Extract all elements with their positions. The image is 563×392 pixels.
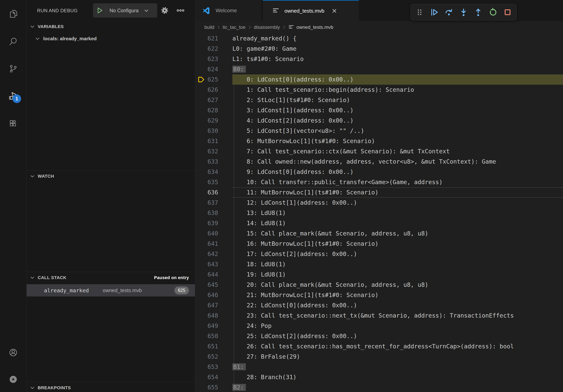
gutter-glyph[interactable] [197, 35, 205, 42]
breadcrumb-file[interactable]: owned_tests.mvb [288, 24, 333, 30]
gutter-glyph[interactable] [197, 45, 205, 52]
code-line[interactable]: 621 already_marked() { [195, 33, 563, 44]
tab-owned-tests[interactable]: owned_tests.mvb [263, 0, 359, 21]
gutter-glyph[interactable] [197, 178, 205, 186]
code-line-text[interactable]: B0: [232, 64, 563, 74]
gutter-glyph[interactable] [197, 96, 205, 104]
code-line[interactable]: 644 19: LdU8(1) [195, 269, 563, 280]
code-line[interactable]: 649 24: Pop [195, 321, 563, 331]
code-line-text[interactable]: 28: Branch(31) [232, 372, 563, 382]
code-line-text[interactable]: 14: LdU8(1) [232, 218, 563, 228]
code-line[interactable]: 637 12: LdConst[1](address: 0x00..) [195, 197, 563, 208]
code-line-text[interactable]: 0: LdConst[0](address: 0x00..) [232, 74, 563, 85]
settings-gear-icon[interactable] [9, 375, 18, 384]
gutter-glyph[interactable] [197, 271, 205, 278]
code-line[interactable]: 641 16: MutBorrowLoc[1](ts#1#0: Scenario… [195, 239, 563, 249]
code-line[interactable]: 626 1: Call test_scenario::begin(address… [195, 85, 563, 95]
debug-current-line-icon[interactable] [197, 76, 205, 83]
code-line-text[interactable]: 6: MutBorrowLoc[1](ts#1#0: Scenario) [232, 136, 563, 146]
code-line-text[interactable]: 16: MutBorrowLoc[1](ts#1#0: Scenario) [232, 239, 563, 249]
code-line-text[interactable]: 15: Call place_mark(&mut Scenario, addre… [232, 228, 563, 239]
gutter-glyph[interactable] [197, 384, 205, 391]
code-line[interactable]: 642 17: LdConst[2](address: 0x00..) [195, 249, 563, 259]
code-line-text[interactable]: already_marked() { [232, 33, 563, 44]
code-line[interactable]: 627 2: StLoc[1](ts#1#0: Scenario) [195, 95, 563, 105]
step-out-button[interactable] [473, 8, 483, 17]
gutter-glyph[interactable] [197, 301, 205, 309]
code-line-text[interactable]: 3: LdConst[1](address: 0x00..) [232, 105, 563, 116]
code-line[interactable]: 632 7: Call test_scenario::ctx(&mut Scen… [195, 146, 563, 157]
call-stack-section-header[interactable]: CALL STACK Paused on entry [27, 272, 195, 283]
more-actions-ellipsis-icon[interactable] [174, 4, 187, 17]
breakpoints-section-header[interactable]: BREAKPOINTS [27, 382, 195, 392]
code-line[interactable]: 639 14: LdU8(1) [195, 218, 563, 228]
extensions-icon[interactable] [9, 119, 18, 128]
code-line-text[interactable]: 23: Call test_scenario::next_tx(&mut Sce… [232, 311, 563, 321]
gutter-glyph[interactable] [197, 168, 205, 176]
code-line-text[interactable]: 11: MutBorrowLoc[1](ts#1#0: Scenario) [232, 187, 563, 197]
gutter-glyph[interactable] [197, 137, 205, 145]
drag-handle-icon[interactable] [415, 8, 424, 17]
tab-label[interactable]: Welcome [216, 8, 237, 14]
code-line[interactable]: 646 21: MutBorrowLoc[1](ts#1#0: Scenario… [195, 290, 563, 300]
gutter-glyph[interactable] [197, 148, 205, 155]
code-line[interactable]: 630 5: LdConst[3](vector<u8>: "" /..) [195, 126, 563, 136]
gutter-glyph[interactable] [197, 312, 205, 319]
code-line[interactable]: 636 11: MutBorrowLoc[1](ts#1#0: Scenario… [195, 187, 563, 197]
code-line-text[interactable]: L0: game#2#0: Game [232, 44, 563, 54]
code-line-text[interactable]: 7: Call test_scenario::ctx(&mut Scenario… [232, 146, 563, 157]
gutter-glyph[interactable] [197, 363, 205, 371]
breadcrumb-tic-tac-toe[interactable]: tic_tac_toe [223, 25, 246, 30]
code-line[interactable]: 653 B1: [195, 362, 563, 372]
gutter-glyph[interactable] [197, 322, 205, 330]
step-over-button[interactable] [444, 8, 454, 17]
code-line[interactable]: 652 27: BrFalse(29) [195, 352, 563, 362]
gutter-glyph[interactable] [197, 107, 205, 114]
code-line-text[interactable]: 4: LdConst[2](address: 0x00..) [232, 116, 563, 126]
code-line-text[interactable]: 1: Call test_scenario::begin(address): S… [232, 85, 563, 95]
gutter-glyph[interactable] [197, 209, 205, 217]
code-line[interactable]: 631 6: MutBorrowLoc[1](ts#1#0: Scenario) [195, 136, 563, 146]
gutter-glyph[interactable] [197, 343, 205, 350]
continue-button[interactable] [429, 8, 439, 17]
close-icon[interactable] [331, 8, 338, 14]
debug-config-dropdown[interactable]: No Configura [93, 3, 157, 18]
gutter-glyph[interactable] [197, 127, 205, 135]
code-line-text[interactable]: 13: LdU8(1) [232, 208, 563, 218]
code-line[interactable]: 647 22: LdConst[0](address: 0x00..) [195, 300, 563, 311]
source-control-icon[interactable] [9, 64, 18, 73]
code-line-text[interactable]: 21: MutBorrowLoc[1](ts#1#0: Scenario) [232, 290, 563, 300]
code-line[interactable]: 648 23: Call test_scenario::next_tx(&mut… [195, 311, 563, 321]
code-line-text[interactable]: 18: LdU8(1) [232, 259, 563, 269]
code-line[interactable]: 629 4: LdConst[2](address: 0x00..) [195, 116, 563, 126]
code-line[interactable]: 654 28: Branch(31) [195, 372, 563, 382]
code-line-text[interactable]: L1: ts#1#0: Scenario [232, 54, 563, 64]
gutter-glyph[interactable] [197, 261, 205, 268]
gutter-glyph[interactable] [197, 281, 205, 288]
code-line-text[interactable]: 25: LdConst[2](address: 0x00..) [232, 331, 563, 341]
breadcrumb-disassembly[interactable]: disassembly [254, 25, 280, 30]
code-line[interactable]: 643 18: LdU8(1) [195, 259, 563, 269]
restart-button[interactable] [488, 8, 498, 17]
gutter-glyph[interactable] [197, 117, 205, 124]
code-line[interactable]: 638 13: LdU8(1) [195, 208, 563, 218]
code-line[interactable]: 650 25: LdConst[2](address: 0x00..) [195, 331, 563, 341]
code-line-text[interactable]: 24: Pop [232, 321, 563, 331]
code-line-text[interactable]: 2: StLoc[1](ts#1#0: Scenario) [232, 95, 563, 105]
tab-label[interactable]: owned_tests.mvb [284, 8, 324, 14]
code-line[interactable]: 645 20: Call place_mark(&mut Scenario, a… [195, 280, 563, 290]
debug-icon[interactable]: 1 [9, 91, 18, 101]
search-icon[interactable] [9, 37, 18, 46]
code-line[interactable]: 651 26: Call test_scenario::has_most_rec… [195, 341, 563, 352]
code-line-text[interactable]: 20: Call place_mark(&mut Scenario, addre… [232, 280, 563, 290]
code-line-text[interactable]: 22: LdConst[0](address: 0x00..) [232, 300, 563, 311]
gutter-glyph[interactable] [197, 158, 205, 165]
gutter-glyph[interactable] [197, 199, 205, 207]
gutter-glyph[interactable] [197, 55, 205, 63]
code-line-text[interactable]: 26: Call test_scenario::has_most_recent_… [232, 341, 563, 352]
code-line-text[interactable]: 8: Call owned::new(address, address, vec… [232, 157, 563, 167]
code-line-text[interactable]: 17: LdConst[2](address: 0x00..) [232, 249, 563, 259]
code-line-text[interactable]: 27: BrFalse(29) [232, 352, 563, 362]
gutter-glyph[interactable] [197, 332, 205, 340]
code-line[interactable]: 628 3: LdConst[1](address: 0x00..) [195, 105, 563, 116]
